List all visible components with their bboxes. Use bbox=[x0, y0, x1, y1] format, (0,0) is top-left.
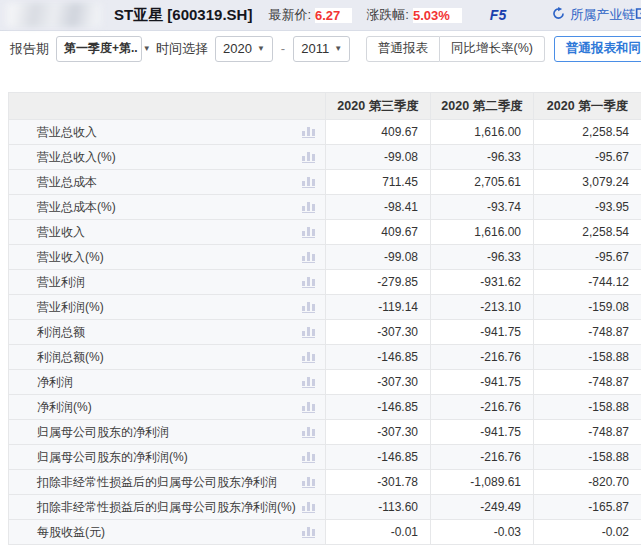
cell-value: -249.49 bbox=[431, 495, 534, 520]
cell-value: 711.45 bbox=[326, 170, 431, 195]
row-label: 营业总成本 bbox=[37, 174, 97, 191]
cell-value: -146.85 bbox=[326, 445, 431, 470]
plain-report-button[interactable]: 普通报表 bbox=[366, 36, 440, 62]
table-row: 营业收入 409.67 1,616.00 2,258.54 bbox=[9, 220, 641, 245]
bar-chart-icon[interactable] bbox=[302, 426, 315, 438]
cell-value: 1,616.00 bbox=[431, 220, 534, 245]
table-row: 每股收益(元) -0.01 -0.03 -0.02 bbox=[9, 520, 641, 545]
cell-value: -158.88 bbox=[534, 395, 641, 420]
year-from-select[interactable]: 2020 ▼ bbox=[215, 36, 273, 62]
cell-value: 409.67 bbox=[326, 220, 431, 245]
quote-info: 最新价: 6.27 涨跌幅: 5.03% bbox=[268, 6, 461, 24]
cell-value: -748.87 bbox=[534, 420, 641, 445]
cell-value: -96.33 bbox=[431, 245, 534, 270]
indicator-column-header bbox=[9, 93, 326, 120]
report-period-label: 报告期 bbox=[10, 40, 49, 58]
table-row: 营业利润 -279.85 -931.62 -744.12 bbox=[9, 270, 641, 295]
bar-chart-icon[interactable] bbox=[302, 301, 315, 313]
time-select-label: 时间选择 bbox=[156, 40, 208, 58]
table-row: 净利润 -307.30 -941.75 -748.87 bbox=[9, 370, 641, 395]
table-row: 归属母公司股东的净利润(%) -146.85 -216.76 -158.88 bbox=[9, 445, 641, 470]
year-from-value: 2020 bbox=[223, 41, 252, 56]
bar-chart-icon[interactable] bbox=[302, 376, 315, 388]
bar-chart-icon[interactable] bbox=[302, 501, 315, 513]
chevron-down-icon: ▼ bbox=[257, 44, 265, 53]
latest-price-label: 最新价: bbox=[268, 6, 311, 24]
row-label: 营业总收入(%) bbox=[37, 149, 116, 166]
row-label: 归属母公司股东的净利润(%) bbox=[37, 449, 188, 466]
bar-chart-icon[interactable] bbox=[302, 251, 315, 263]
export-icon bbox=[635, 7, 641, 23]
row-label: 利润总额(%) bbox=[37, 349, 104, 366]
topbar: ST亚星 [600319.SH] 最新价: 6.27 涨跌幅: 5.03% F5… bbox=[0, 0, 641, 31]
bar-chart-icon[interactable] bbox=[302, 176, 315, 188]
bar-chart-icon[interactable] bbox=[302, 326, 315, 338]
cell-value: -0.02 bbox=[534, 520, 641, 545]
industry-chain-link[interactable]: 所属产业链 bbox=[552, 6, 635, 24]
cell-value: -216.76 bbox=[431, 445, 534, 470]
bar-chart-icon[interactable] bbox=[302, 476, 315, 488]
cell-value: -95.67 bbox=[534, 245, 641, 270]
table-row: 扣除非经常性损益后的归属母公司股东净利润 -301.78 -1,089.61 -… bbox=[9, 470, 641, 495]
bar-chart-icon[interactable] bbox=[302, 126, 315, 138]
range-separator: - bbox=[281, 41, 285, 56]
cell-value: -158.88 bbox=[534, 345, 641, 370]
cell-value: -159.08 bbox=[534, 295, 641, 320]
row-label: 营业收入(%) bbox=[37, 249, 104, 266]
cell-value: -93.95 bbox=[534, 195, 641, 220]
cell-value: -307.30 bbox=[326, 370, 431, 395]
row-label: 营业利润 bbox=[37, 274, 85, 291]
bar-chart-icon[interactable] bbox=[302, 351, 315, 363]
cell-value: -158.88 bbox=[534, 445, 641, 470]
bar-chart-icon[interactable] bbox=[302, 201, 315, 213]
table-row: 利润总额 -307.30 -941.75 -748.87 bbox=[9, 320, 641, 345]
cell-value: -113.60 bbox=[326, 495, 431, 520]
cell-value: -0.03 bbox=[431, 520, 534, 545]
export-data-link[interactable]: 导出数据 bbox=[635, 6, 641, 24]
change-value: 5.03% bbox=[413, 8, 462, 23]
cell-value: -93.74 bbox=[431, 195, 534, 220]
table-row: 营业总成本 711.45 2,705.61 3,079.24 bbox=[9, 170, 641, 195]
cell-value: 2,258.54 bbox=[534, 120, 641, 145]
cell-value: -301.78 bbox=[326, 470, 431, 495]
filter-toolbar: 报告期 第一季度+第.. ▼ 时间选择 2020 ▼ - 2011 ▼ 普通报表… bbox=[0, 31, 641, 66]
bar-chart-icon[interactable] bbox=[302, 226, 315, 238]
column-header: 2020 第一季度 bbox=[534, 93, 641, 120]
table-row: 营业总收入(%) -99.08 -96.33 -95.67 bbox=[9, 145, 641, 170]
table-row: 营业利润(%) -119.14 -213.10 -159.08 bbox=[9, 295, 641, 320]
bar-chart-icon[interactable] bbox=[302, 401, 315, 413]
row-label: 扣除非经常性损益后的归属母公司股东净利润 bbox=[37, 474, 277, 491]
row-label: 每股收益(元) bbox=[37, 524, 105, 541]
report-period-value: 第一季度+第.. bbox=[64, 40, 138, 57]
year-to-value: 2011 bbox=[301, 41, 329, 56]
cell-value: -279.85 bbox=[326, 270, 431, 295]
cell-value: -744.12 bbox=[534, 270, 641, 295]
stock-title: ST亚星 [600319.SH] bbox=[114, 6, 252, 25]
cell-value: -0.01 bbox=[326, 520, 431, 545]
table-row: 归属母公司股东的净利润 -307.30 -941.75 -748.87 bbox=[9, 420, 641, 445]
column-header: 2020 第三季度 bbox=[326, 93, 431, 120]
sync-icon bbox=[552, 7, 565, 23]
bar-chart-icon[interactable] bbox=[302, 151, 315, 163]
row-label: 利润总额 bbox=[37, 324, 85, 341]
cell-value: -99.08 bbox=[326, 145, 431, 170]
bar-chart-icon[interactable] bbox=[302, 526, 315, 538]
year-to-select[interactable]: 2011 ▼ bbox=[293, 36, 350, 62]
app-window: ST亚星 [600319.SH] 最新价: 6.27 涨跌幅: 5.03% F5… bbox=[0, 0, 641, 545]
change-label: 涨跌幅: bbox=[366, 6, 409, 24]
row-label: 营业总成本(%) bbox=[37, 199, 116, 216]
cell-value: 2,705.61 bbox=[431, 170, 534, 195]
cell-value: -941.75 bbox=[431, 370, 534, 395]
financial-table: 2020 第三季度 2020 第二季度 2020 第一季度 营业总收入 409.… bbox=[8, 92, 641, 545]
row-label: 净利润 bbox=[37, 374, 73, 391]
industry-chain-label: 所属产业链 bbox=[570, 6, 635, 24]
report-and-yoy-button[interactable]: 普通报表和同比(%) bbox=[554, 36, 641, 62]
bar-chart-icon[interactable] bbox=[302, 451, 315, 463]
yoy-growth-button[interactable]: 同比增长率(%) bbox=[440, 36, 545, 62]
cell-value: -213.10 bbox=[431, 295, 534, 320]
chevron-down-icon: ▼ bbox=[143, 44, 151, 53]
report-mode-group: 普通报表 同比增长率(%) bbox=[366, 36, 545, 62]
report-period-select[interactable]: 第一季度+第.. ▼ bbox=[56, 36, 142, 62]
bar-chart-icon[interactable] bbox=[302, 276, 315, 288]
row-label: 归属母公司股东的净利润 bbox=[37, 424, 169, 441]
